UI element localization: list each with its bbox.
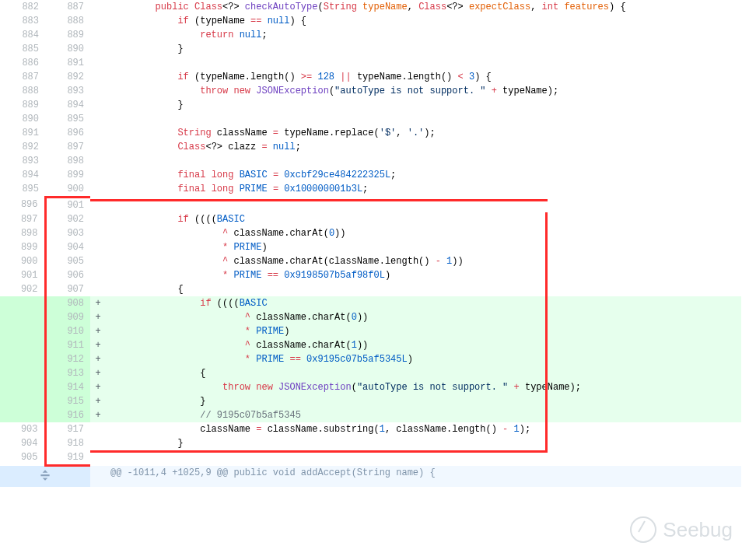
diff-marker: [90, 98, 106, 112]
hunk-header-text: @@ -1011,4 +1025,9 @@ public void addAcc…: [106, 466, 741, 488]
old-line-number: 896: [0, 198, 45, 213]
diff-marker: [90, 226, 106, 240]
new-line-number: 915: [45, 394, 90, 408]
diff-row: 908+ if ((((BASIC: [0, 296, 741, 310]
diff-marker: [90, 240, 106, 254]
diff-marker: [90, 168, 106, 182]
new-line-number: 887: [45, 0, 90, 14]
code-content: }: [106, 42, 741, 56]
new-line-number: 912: [45, 352, 90, 366]
old-line-number: 900: [0, 254, 45, 268]
code-content: String className = typeName.replace('$',…: [106, 126, 741, 140]
code-content: // 9195c07b5af5345: [106, 408, 741, 422]
code-content: return null;: [106, 28, 741, 42]
diff-marker: +: [90, 380, 106, 394]
diff-row: 913+ {: [0, 366, 741, 380]
new-line-number: 904: [45, 240, 90, 254]
diff-row: 896901: [0, 198, 741, 213]
diff-row: 894899 final long BASIC = 0xcbf29ce48422…: [0, 168, 741, 182]
new-line-number: 903: [45, 226, 90, 240]
code-content: if (typeName.length() >= 128 || typeName…: [106, 70, 741, 84]
diff-row: 883888 if (typeName == null) {: [0, 14, 741, 28]
diff-marker: [90, 422, 106, 436]
new-line-number: 889: [45, 28, 90, 42]
new-line-number: 901: [45, 198, 90, 213]
old-line-number: 905: [0, 450, 45, 466]
old-line-number: 897: [0, 212, 45, 226]
old-line-number: 903: [0, 422, 45, 436]
diff-row: 897902 if ((((BASIC: [0, 212, 741, 226]
old-line-number: 886: [0, 56, 45, 70]
diff-row: 898903 ^ className.charAt(0)): [0, 226, 741, 240]
diff-row: 885890 }: [0, 42, 741, 56]
code-content: public Class<?> checkAutoType(String typ…: [106, 0, 741, 14]
old-line-number: [0, 380, 45, 394]
diff-row: 882887 public Class<?> checkAutoType(Str…: [0, 0, 741, 14]
diff-row: 893898: [0, 154, 741, 168]
code-content: }: [106, 98, 741, 112]
diff-marker: [90, 212, 106, 226]
code-content: ^ className.charAt(className.length() - …: [106, 254, 741, 268]
diff-row: 891896 String className = typeName.repla…: [0, 126, 741, 140]
diff-row: 909+ ^ className.charAt(0)): [0, 310, 741, 324]
old-line-number: 892: [0, 140, 45, 154]
diff-row: 890895: [0, 112, 741, 126]
code-content: * PRIME == 0x9198507b5af98f0L): [106, 268, 741, 282]
code-content: throw new JSONException("autoType is not…: [106, 84, 741, 98]
expand-icon: [38, 468, 52, 482]
old-line-number: 898: [0, 226, 45, 240]
diff-marker: +: [90, 394, 106, 408]
new-line-number: 913: [45, 366, 90, 380]
diff-row: 904918 }: [0, 436, 741, 450]
code-content: * PRIME): [106, 240, 741, 254]
diff-marker: [90, 436, 106, 450]
code-content: final long BASIC = 0xcbf29ce484222325L;: [106, 168, 741, 182]
new-line-number: 908: [45, 296, 90, 310]
old-line-number: [0, 338, 45, 352]
old-line-number: 890: [0, 112, 45, 126]
old-line-number: 889: [0, 98, 45, 112]
code-content: [106, 56, 741, 70]
code-content: {: [106, 282, 741, 296]
diff-marker: [90, 254, 106, 268]
old-line-number: 894: [0, 168, 45, 182]
code-content: }: [106, 394, 741, 408]
diff-row: 886891: [0, 56, 741, 70]
highlight-box-edge: [90, 199, 548, 201]
diff-table: 882887 public Class<?> checkAutoType(Str…: [0, 0, 742, 487]
diff-marker: [90, 198, 106, 213]
old-line-number: 893: [0, 154, 45, 168]
diff-marker: [90, 140, 106, 154]
diff-row: 902907 {: [0, 282, 741, 296]
old-line-number: 902: [0, 282, 45, 296]
old-line-number: [0, 352, 45, 366]
old-line-number: 882: [0, 0, 45, 14]
diff-marker: +: [90, 338, 106, 352]
diff-marker: [90, 0, 106, 14]
new-line-number: 910: [45, 324, 90, 338]
old-line-number: 904: [0, 436, 45, 450]
old-line-number: [0, 310, 45, 324]
old-line-number: 883: [0, 14, 45, 28]
old-line-number: 891: [0, 126, 45, 140]
new-line-number: 916: [45, 408, 90, 422]
diff-row: 899904 * PRIME): [0, 240, 741, 254]
expand-hunk-button[interactable]: [0, 466, 90, 488]
old-line-number: 899: [0, 240, 45, 254]
code-content: {: [106, 366, 741, 380]
diff-row: 884889 return null;: [0, 28, 741, 42]
hunk-marker: [90, 466, 106, 488]
diff-marker: [90, 112, 106, 126]
highlight-box-edge: [90, 450, 548, 453]
new-line-number: 918: [45, 436, 90, 450]
new-line-number: 917: [45, 422, 90, 436]
code-content: ^ className.charAt(0)): [106, 310, 741, 324]
code-content: Class<?> clazz = null;: [106, 140, 741, 154]
old-line-number: [0, 408, 45, 422]
old-line-number: [0, 324, 45, 338]
diff-marker: [90, 56, 106, 70]
code-content: final long PRIME = 0x100000001b3L;: [106, 182, 741, 198]
old-line-number: 885: [0, 42, 45, 56]
new-line-number: 900: [45, 182, 90, 198]
diff-row: 892897 Class<?> clazz = null;: [0, 140, 741, 154]
